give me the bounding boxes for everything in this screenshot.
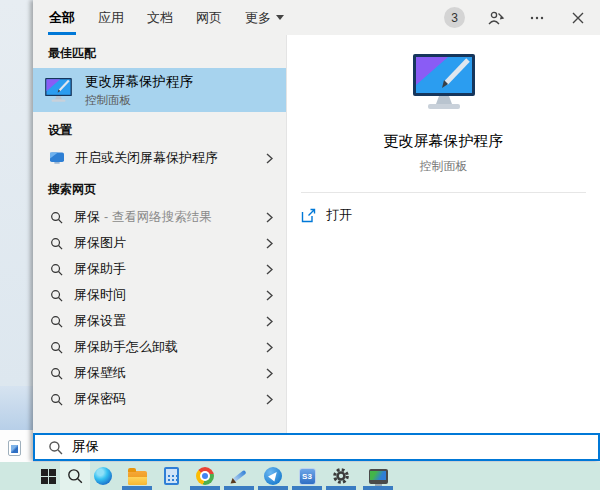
taskbar-settings[interactable]: [326, 466, 356, 486]
close-icon[interactable]: [568, 8, 588, 28]
chrome-icon: [196, 467, 214, 485]
tab-documents[interactable]: 文档: [146, 0, 174, 36]
chevron-right-icon: [266, 290, 273, 301]
search-flyout: 全部 应用 文档 网页 更多 3: [33, 0, 600, 461]
running-indicator: [122, 486, 152, 490]
screensaver-icon: [43, 77, 74, 104]
more-options-icon[interactable]: [527, 8, 547, 28]
web-suggestion[interactable]: 屏保图片: [33, 230, 286, 256]
edge-icon: [94, 467, 112, 485]
section-best-match: 最佳匹配: [33, 35, 286, 68]
gear-icon: [332, 467, 350, 485]
web-suggestion[interactable]: 屏保时间: [33, 282, 286, 308]
search-icon: [50, 263, 63, 276]
search-icon: [50, 393, 63, 406]
preview-title: 更改屏幕保护程序: [384, 132, 504, 151]
search-tab-bar: 全部 应用 文档 网页 更多 3: [33, 0, 600, 35]
web-suggestion[interactable]: 屏保 - 查看网络搜索结果: [33, 204, 286, 230]
running-indicator: [190, 486, 220, 490]
cursor-circle-icon: [264, 467, 282, 485]
tab-all[interactable]: 全部: [48, 0, 76, 36]
settings-result[interactable]: 开启或关闭屏幕保护程序: [33, 145, 286, 171]
preview-pane: 更改屏幕保护程序 控制面板 打开: [286, 35, 600, 433]
chevron-right-icon: [266, 264, 273, 275]
taskbar-s3-app[interactable]: S3: [292, 466, 322, 486]
chevron-right-icon: [266, 368, 273, 379]
tab-apps[interactable]: 应用: [97, 0, 125, 36]
search-icon: [50, 289, 63, 302]
search-icon: [50, 315, 63, 328]
search-input[interactable]: 屏保: [33, 433, 600, 461]
screen: 全部 应用 文档 网页 更多 3: [0, 0, 600, 490]
s3-icon: S3: [299, 468, 316, 485]
taskbar: S3: [0, 462, 600, 490]
taskbar-search-button[interactable]: [60, 466, 90, 486]
open-action[interactable]: 打开: [287, 193, 600, 224]
section-settings: 设置: [33, 112, 286, 145]
pen-icon: [230, 467, 248, 485]
desktop-background: [0, 0, 33, 462]
display-settings-icon: [50, 152, 64, 165]
chevron-right-icon: [266, 394, 273, 405]
calculator-icon: [164, 467, 179, 485]
web-suggestion[interactable]: 屏保密码: [33, 386, 286, 412]
open-icon: [301, 208, 316, 223]
preview-subtitle: 控制面板: [420, 158, 468, 175]
taskbar-file-explorer[interactable]: [122, 466, 152, 486]
running-indicator: [224, 486, 254, 490]
best-match-title: 更改屏幕保护程序: [85, 73, 193, 91]
search-icon: [50, 341, 63, 354]
feedback-icon[interactable]: [486, 8, 506, 28]
search-icon: [50, 237, 63, 250]
web-suggestion[interactable]: 屏保助手怎么卸载: [33, 334, 286, 360]
chevron-down-icon: [276, 15, 284, 20]
running-indicator: [326, 486, 356, 490]
desktop-document-icon[interactable]: [8, 440, 21, 456]
start-button[interactable]: [33, 466, 63, 486]
chevron-right-icon: [266, 238, 273, 249]
taskbar-display-app[interactable]: [363, 466, 393, 486]
running-indicator: [292, 486, 322, 490]
web-suggestion[interactable]: 屏保设置: [33, 308, 286, 334]
chevron-right-icon: [266, 212, 273, 223]
folder-icon: [128, 471, 147, 485]
search-query-text: 屏保: [72, 438, 99, 456]
web-suggestion[interactable]: 屏保助手: [33, 256, 286, 282]
search-icon: [67, 468, 83, 484]
chevron-right-icon: [266, 316, 273, 327]
running-indicator: [363, 486, 393, 490]
chevron-right-icon: [266, 342, 273, 353]
taskbar-edge[interactable]: [88, 466, 118, 486]
best-match-result[interactable]: 更改屏幕保护程序 控制面板: [33, 68, 286, 112]
taskbar-cursor-app[interactable]: [258, 466, 288, 486]
section-search-web: 搜索网页: [33, 171, 286, 204]
search-icon: [48, 440, 63, 455]
tab-more[interactable]: 更多: [244, 0, 285, 36]
open-action-label: 打开: [326, 206, 352, 224]
windows-logo-icon: [41, 469, 56, 484]
notification-count-badge[interactable]: 3: [444, 7, 465, 28]
taskbar-chrome[interactable]: [190, 466, 220, 486]
best-match-subtitle: 控制面板: [85, 93, 193, 108]
tab-web[interactable]: 网页: [195, 0, 223, 36]
search-icon: [50, 211, 63, 224]
screensaver-icon-large: [408, 52, 480, 118]
running-indicator: [258, 486, 288, 490]
taskbar-calculator[interactable]: [156, 466, 186, 486]
search-icon: [50, 367, 63, 380]
taskbar-pen-tool[interactable]: [224, 466, 254, 486]
chevron-right-icon: [266, 153, 273, 164]
web-suggestion[interactable]: 屏保壁纸: [33, 360, 286, 386]
monitor-icon: [369, 469, 388, 484]
results-list: 最佳匹配 更改屏幕保护程序 控制面板: [33, 35, 286, 433]
